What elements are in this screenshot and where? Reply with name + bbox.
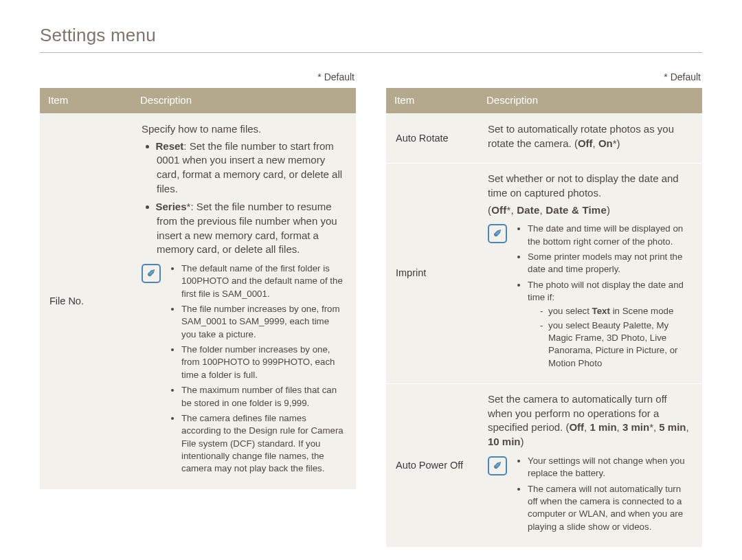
list-item: The default name of the first folder is … <box>181 262 346 300</box>
opt-off-star: * <box>506 204 510 216</box>
col-header-item: Item <box>40 88 132 113</box>
dash-pre: you select <box>548 306 592 316</box>
default-note: * Default <box>386 71 701 84</box>
dash-bold: Text <box>592 306 610 316</box>
title-rule <box>40 52 702 53</box>
description-imprint: Set whether or not to display the date a… <box>478 164 702 384</box>
section-title: Settings menu <box>40 23 702 48</box>
note-icon: ✐ <box>142 264 161 283</box>
close-paren: ) <box>617 137 620 149</box>
description-auto-power-off: Set the camera to automatically turn off… <box>478 384 702 547</box>
list-item: Your settings will not change when you r… <box>528 455 693 480</box>
note-icon: ✐ <box>488 456 507 475</box>
note-body: Your settings will not change when you r… <box>515 455 693 536</box>
col-header-description: Description <box>132 88 356 113</box>
opt-5min: 5 min <box>659 421 686 433</box>
opt-off: Off <box>569 421 584 433</box>
opt-3min-star: * <box>649 421 653 433</box>
imprint-line1: Set whether or not to display the date a… <box>488 172 693 200</box>
file-no-summary: Specify how to name files. <box>142 122 346 137</box>
imprint-dash-list: you select Text in Scene mode you select… <box>528 305 693 370</box>
list-item: Reset: Set the file number to start from… <box>157 139 346 197</box>
manual-page: Settings menu * Default Item Description… <box>0 0 742 560</box>
opt-1min: 1 min <box>589 421 616 433</box>
list-item: The camera defines file names according … <box>181 412 346 475</box>
imprint-note-if: The photo will not display the date and … <box>528 280 684 302</box>
mode-series-label: Series <box>156 201 187 212</box>
table-row: Imprint Set whether or not to display th… <box>386 164 702 384</box>
opt-date: Date <box>517 204 539 216</box>
file-no-notes: The default name of the first folder is … <box>169 262 346 475</box>
opt-10min: 10 min <box>488 436 521 447</box>
description-auto-rotate: Set to automatically rotate photos as yo… <box>478 113 702 163</box>
list-item: The camera will not automatically turn o… <box>528 483 693 533</box>
note-block: ✐ The date and time will be displayed on… <box>488 223 693 372</box>
settings-table-left: Item Description File No. Specify how to… <box>40 88 356 489</box>
list-item: you select Text in Scene mode <box>540 305 693 317</box>
close-paren: ) <box>607 204 610 216</box>
list-item: Some printer models may not print the da… <box>528 251 693 276</box>
list-item: The file number increases by one, from S… <box>181 303 346 341</box>
col-header-description: Description <box>478 88 702 113</box>
note-block: ✐ Your settings will not change when you… <box>488 455 693 536</box>
col-header-item: Item <box>386 88 478 113</box>
imprint-options: (Off*, Date, Date & Time) <box>488 203 693 218</box>
opt-off: Off <box>578 137 593 149</box>
list-item: The photo will not display the date and … <box>528 279 693 370</box>
table-row: Auto Power Off Set the camera to automat… <box>386 384 702 547</box>
right-column: * Default Item Description Auto Rotate S… <box>386 71 702 547</box>
note-block: ✐ The default name of the first folder i… <box>142 262 346 478</box>
list-item: Series*: Set the file number to resume f… <box>157 200 346 257</box>
note-body: The default name of the first folder is … <box>169 262 346 478</box>
settings-table-right: Item Description Auto Rotate Set to auto… <box>386 88 702 547</box>
file-no-modes: Reset: Set the file number to start from… <box>142 139 346 258</box>
table-row: Auto Rotate Set to automatically rotate … <box>386 113 702 163</box>
mode-reset-text: : Set the file number to start from 0001… <box>157 140 342 194</box>
dash-pre: you select Beauty Palette, My Magic Fram… <box>548 320 677 368</box>
note-body: The date and time will be displayed on t… <box>515 223 693 372</box>
auto-rotate-text: Set to automatically rotate photos as yo… <box>488 122 693 150</box>
note-icon: ✐ <box>488 224 507 243</box>
item-label-auto-power-off: Auto Power Off <box>386 384 478 547</box>
opt-off: Off <box>491 204 506 216</box>
description-file-no: Specify how to name files. Reset: Set th… <box>132 113 356 489</box>
item-label-auto-rotate: Auto Rotate <box>386 113 478 163</box>
opt-date-time: Date & Time <box>546 204 607 216</box>
imprint-notes: The date and time will be displayed on t… <box>515 223 693 370</box>
mode-reset-label: Reset <box>156 140 184 152</box>
table-row: File No. Specify how to name files. Rese… <box>40 113 356 489</box>
list-item: The folder number increases by one, from… <box>181 344 346 381</box>
list-item: you select Beauty Palette, My Magic Fram… <box>540 320 693 370</box>
default-note: * Default <box>40 71 355 84</box>
auto-power-off-text: Set the camera to automatically turn off… <box>488 392 693 449</box>
two-column-layout: * Default Item Description File No. Spec… <box>40 71 702 547</box>
item-label-imprint: Imprint <box>386 164 478 384</box>
opt-on: On <box>598 137 613 149</box>
auto-power-off-notes: Your settings will not change when you r… <box>515 455 693 533</box>
list-item: The maximum number of files that can be … <box>181 384 346 410</box>
dash-post: in Scene mode <box>610 306 673 316</box>
item-label-file-no: File No. <box>40 113 132 489</box>
list-item: The date and time will be displayed on t… <box>528 223 693 248</box>
close-paren: ) <box>521 436 524 447</box>
opt-3min: 3 min <box>622 421 649 433</box>
left-column: * Default Item Description File No. Spec… <box>40 71 356 547</box>
